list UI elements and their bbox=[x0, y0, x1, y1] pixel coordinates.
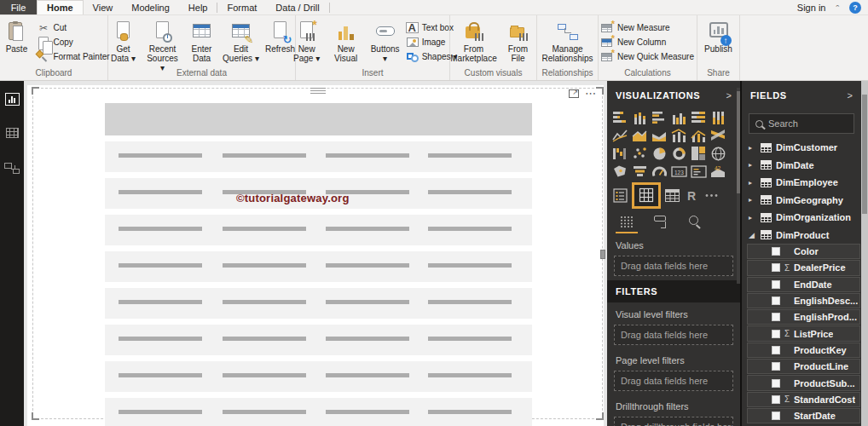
visual-resize-handle-right[interactable] bbox=[600, 250, 605, 259]
filled-map-icon[interactable] bbox=[612, 164, 628, 180]
expand-icon[interactable]: ▸ bbox=[749, 144, 756, 152]
values-drop-zone[interactable]: Drag data fields here bbox=[614, 256, 733, 276]
ribbon-chart-icon[interactable] bbox=[710, 128, 726, 144]
field-table-dimorganization[interactable]: ▸DimOrganization bbox=[742, 209, 861, 227]
field-checkbox[interactable] bbox=[772, 296, 780, 305]
selection-corner-bottom-right[interactable] bbox=[596, 412, 604, 420]
tab-analytics[interactable] bbox=[682, 216, 704, 233]
field-productkey[interactable]: ProductKey bbox=[747, 343, 860, 358]
expand-icon[interactable]: ▸ bbox=[749, 214, 756, 222]
visual-more-options-icon[interactable]: ⋯ bbox=[585, 89, 597, 98]
publish-button[interactable]: ↑Publish bbox=[700, 20, 738, 54]
field-table-dimdate[interactable]: ▸DimDate bbox=[742, 157, 861, 175]
selection-corner-bottom-left[interactable] bbox=[32, 412, 39, 420]
treemap-icon[interactable] bbox=[691, 146, 707, 162]
matrix-icon[interactable] bbox=[639, 187, 655, 204]
kpi-icon[interactable]: 42 bbox=[710, 164, 726, 180]
table-visual-placeholder[interactable]: ⋯ ©tutorialgateway.org bbox=[32, 88, 603, 419]
search-input[interactable] bbox=[768, 118, 848, 129]
field-checkbox[interactable] bbox=[772, 247, 780, 256]
100-stacked-column-chart-icon[interactable] bbox=[710, 110, 726, 126]
area-chart-icon[interactable] bbox=[632, 128, 648, 144]
field-checkbox[interactable] bbox=[772, 412, 780, 420]
tab-format[interactable]: Format bbox=[217, 0, 266, 14]
field-table-dimemployee[interactable]: ▸DimEmployee bbox=[742, 174, 861, 192]
map-icon[interactable] bbox=[710, 146, 726, 162]
buttons-button[interactable]: Buttons▾ bbox=[367, 20, 404, 63]
r-script-visual-icon[interactable]: R bbox=[684, 187, 700, 204]
new-column-button[interactable]: *New Column bbox=[601, 37, 694, 48]
card-icon[interactable]: 123 bbox=[671, 164, 687, 180]
cut-button[interactable]: ✂Cut bbox=[37, 22, 109, 33]
tab-home[interactable]: Home bbox=[37, 0, 84, 14]
expand-icon[interactable]: ▸ bbox=[749, 179, 756, 187]
clustered-column-chart-icon[interactable] bbox=[671, 110, 687, 126]
gauge-icon[interactable] bbox=[651, 164, 668, 180]
recent-sources-button[interactable]: RecentSources ▾ bbox=[144, 20, 182, 72]
expand-icon[interactable]: ▸ bbox=[749, 196, 756, 204]
field-checkbox[interactable] bbox=[772, 280, 780, 289]
get-data-button[interactable]: GetData ▾ bbox=[105, 20, 142, 63]
focus-mode-icon[interactable] bbox=[569, 89, 579, 98]
visual-level-filters-drop-zone[interactable]: Drag data fields here bbox=[614, 325, 733, 345]
tab-fields[interactable] bbox=[616, 216, 638, 233]
new-measure-button[interactable]: *New Measure bbox=[601, 22, 694, 33]
100-stacked-bar-chart-icon[interactable] bbox=[691, 110, 707, 126]
field-checkbox[interactable] bbox=[772, 263, 780, 272]
field-enddate[interactable]: EndDate bbox=[747, 277, 860, 292]
line-and-stacked-column-chart-icon[interactable] bbox=[671, 128, 687, 144]
field-table-dimgeography[interactable]: ▸DimGeography bbox=[742, 192, 861, 210]
new-page-button[interactable]: *NewPage ▾ bbox=[288, 20, 326, 63]
copy-button[interactable]: Copy bbox=[37, 37, 109, 48]
edit-queries-button[interactable]: ✎EditQueries ▾ bbox=[223, 20, 260, 63]
tab-data-drill[interactable]: Data / Drill bbox=[266, 0, 328, 14]
selection-corner-top-left[interactable] bbox=[32, 87, 39, 95]
paste-button[interactable]: Paste bbox=[0, 20, 35, 54]
sign-in-button[interactable]: Sign in bbox=[797, 3, 826, 13]
model-view-button[interactable] bbox=[3, 159, 20, 175]
stacked-area-chart-icon[interactable] bbox=[651, 128, 668, 144]
field-checkbox[interactable] bbox=[772, 346, 780, 354]
table-icon[interactable] bbox=[664, 187, 680, 204]
funnel-icon[interactable] bbox=[632, 164, 648, 180]
field-englishprod-[interactable]: EnglishProd... bbox=[747, 309, 860, 325]
tab-modeling[interactable]: Modeling bbox=[122, 0, 179, 14]
visualizations-scrollbar[interactable] bbox=[737, 88, 740, 284]
new-quick-measure-button[interactable]: *New Quick Measure bbox=[601, 51, 694, 62]
field-standardcost[interactable]: ΣStandardCost bbox=[747, 392, 860, 407]
tab-view[interactable]: View bbox=[84, 0, 123, 14]
selection-corner-top-right[interactable] bbox=[596, 87, 604, 95]
format-painter-button[interactable]: Format Painter bbox=[37, 51, 109, 62]
fields-scrollbar-thumb[interactable] bbox=[862, 95, 867, 214]
field-table-dimcustomer[interactable]: ▸DimCustomer bbox=[742, 139, 861, 157]
waterfall-chart-icon[interactable] bbox=[612, 146, 628, 162]
collapse-icon[interactable]: ◢ bbox=[749, 231, 756, 239]
enter-data-button[interactable]: EnterData bbox=[183, 20, 221, 63]
visualizations-scrollbar-thumb[interactable] bbox=[737, 91, 740, 193]
field-productsub-[interactable]: ProductSub... bbox=[747, 375, 860, 390]
collapse-visualizations-icon[interactable]: > bbox=[726, 90, 732, 101]
collapse-fields-icon[interactable]: > bbox=[848, 90, 853, 101]
tab-format[interactable] bbox=[649, 216, 671, 233]
field-startdate[interactable]: StartDate bbox=[747, 408, 860, 423]
collapse-ribbon-icon[interactable]: ⌃ bbox=[834, 4, 841, 11]
drillthrough-filters-drop-zone[interactable]: Drag drillthrough fields here bbox=[614, 417, 733, 426]
page-level-filters-drop-zone[interactable]: Drag data fields here bbox=[614, 371, 733, 391]
tab-file[interactable]: File bbox=[0, 0, 37, 14]
slicer-icon[interactable] bbox=[612, 187, 628, 204]
donut-chart-icon[interactable] bbox=[671, 146, 687, 162]
help-icon[interactable]: ? bbox=[849, 2, 861, 14]
clustered-bar-chart-icon[interactable] bbox=[651, 110, 668, 126]
field-checkbox[interactable] bbox=[772, 362, 780, 371]
report-view-button[interactable] bbox=[3, 91, 20, 106]
from-marketplace-button[interactable]: FromMarketplace bbox=[450, 20, 498, 63]
manage-relationships-button[interactable]: ManageRelationships bbox=[544, 20, 592, 63]
field-checkbox[interactable] bbox=[772, 313, 780, 321]
fields-scrollbar[interactable] bbox=[861, 81, 868, 426]
new-visual-button[interactable]: NewVisual bbox=[327, 20, 365, 63]
field-checkbox[interactable] bbox=[772, 330, 780, 338]
field-color[interactable]: Color bbox=[747, 244, 860, 259]
from-file-button[interactable]: FromFile bbox=[500, 20, 537, 63]
pie-chart-icon[interactable] bbox=[651, 146, 668, 162]
field-checkbox[interactable] bbox=[772, 395, 780, 404]
